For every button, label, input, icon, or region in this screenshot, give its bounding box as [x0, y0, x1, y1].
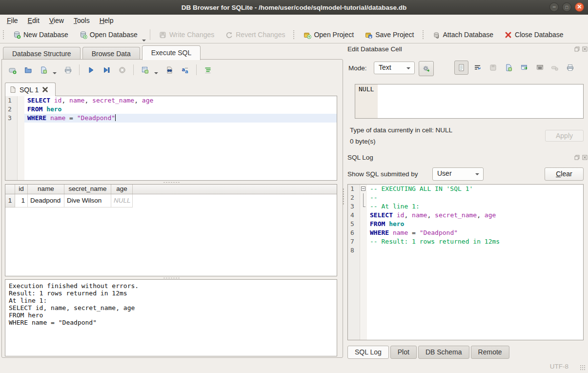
open-sql-tab-button[interactable]	[7, 64, 18, 76]
close-button[interactable]: ✕	[575, 2, 584, 12]
toolbar-grip[interactable]	[2, 30, 5, 40]
import-icon	[489, 63, 497, 72]
execute-all-button[interactable]	[85, 64, 96, 76]
tab-execute-sql[interactable]: Execute SQL	[142, 45, 201, 60]
column-header-name[interactable]: name	[28, 185, 64, 194]
vertical-splitter[interactable]	[343, 188, 344, 205]
column-header-age[interactable]: age	[111, 185, 133, 194]
fold-marker-icon[interactable]	[360, 193, 367, 202]
sql-log-filter-select[interactable]: User	[432, 167, 484, 181]
print-cell-button[interactable]	[563, 61, 577, 75]
open-external-icon	[520, 63, 528, 72]
resize-grip[interactable]	[580, 365, 586, 371]
close-panel-icon[interactable]	[582, 154, 588, 161]
minimize-button[interactable]: −	[549, 2, 559, 12]
log-line: SELECT id, name, secret_name, age	[9, 304, 333, 311]
stop-icon	[118, 66, 126, 74]
print-icon	[64, 66, 72, 74]
save-project-icon	[365, 31, 373, 39]
open-project-button[interactable]: Open Project	[300, 29, 357, 41]
import-cell-button[interactable]	[486, 61, 500, 75]
menu-edit[interactable]: Edit	[23, 16, 44, 25]
open-database-button[interactable]: Open Database	[76, 29, 141, 41]
sql1-tab[interactable]: SQL 1	[5, 83, 56, 96]
set-null-button[interactable]	[547, 61, 562, 75]
line-number: 3	[5, 114, 18, 123]
save-sql-file-button[interactable]	[38, 64, 49, 76]
execution-message-area[interactable]: Execution finished without errors.Result…	[5, 279, 337, 356]
menu-view[interactable]: View	[44, 16, 69, 25]
column-header-id[interactable]: id	[15, 185, 28, 194]
fold-marker-icon[interactable]	[360, 185, 367, 193]
open-sql-file-button[interactable]	[22, 64, 33, 76]
close-tab-icon[interactable]	[41, 86, 49, 93]
table-cell[interactable]: NULL	[111, 194, 133, 207]
window-controls: − □ ✕	[549, 2, 584, 12]
write-changes-button[interactable]: Write Changes	[155, 29, 218, 41]
apply-button[interactable]: Apply	[545, 130, 584, 142]
dock-tab-sql-log[interactable]: SQL Log	[347, 346, 389, 359]
encoding-indicator: UTF-8	[550, 363, 568, 370]
app-window: DB Browser for SQLite - /home/user/code/…	[0, 0, 588, 373]
close-database-button[interactable]: Close Database	[501, 29, 567, 41]
column-header-secret-name[interactable]: secret_name	[64, 185, 111, 194]
autocomplete-button[interactable]: a a	[180, 64, 190, 76]
line-number: 1	[348, 185, 360, 193]
open-in-external-button[interactable]	[517, 61, 531, 75]
table-cell[interactable]: Dive Wilson	[64, 194, 111, 207]
mode-select[interactable]: Text	[374, 62, 415, 74]
new-database-icon	[13, 31, 21, 39]
code-line: 7-- Result: 1 rows returned in 12ms	[348, 237, 583, 246]
float-panel-icon[interactable]	[574, 46, 580, 52]
open-database-icon	[79, 31, 87, 39]
revert-changes-button[interactable]: Revert Changes	[222, 29, 288, 41]
code-line: 6WHERE name = "Deadpond"	[348, 228, 583, 237]
auto-switch-mode-button[interactable]	[419, 61, 434, 76]
code-line: 3-- At line 1:	[348, 202, 583, 211]
fold-marker-icon[interactable]	[360, 202, 367, 211]
line-number: 8	[348, 246, 360, 255]
open-database-dropdown-caret[interactable]	[142, 40, 146, 41]
dock-tab-plot[interactable]: Plot	[390, 346, 417, 359]
stop-button[interactable]	[117, 64, 127, 76]
sql-editor-lines: 1SELECT id, name, secret_name, age2FROM …	[5, 96, 337, 123]
clear-log-button[interactable]: Clear	[545, 167, 584, 181]
attach-database-button[interactable]: Attach Database	[429, 29, 497, 41]
maximize-button[interactable]: □	[562, 2, 571, 12]
sql-log-view[interactable]: 1-- EXECUTING ALL IN 'SQL 1'2--3-- At li…	[347, 184, 584, 340]
table-cell[interactable]: 1	[15, 194, 28, 207]
editor-results-splitter[interactable]	[5, 181, 337, 184]
sql-log-panel-title: SQL Log	[347, 154, 373, 161]
word-wrap-button[interactable]	[470, 61, 485, 75]
cell-editor[interactable]: NULL	[355, 84, 584, 119]
format-sql-button[interactable]	[203, 64, 213, 76]
tab-database-structure[interactable]: Database Structure	[3, 47, 81, 60]
text-mode-button[interactable]	[454, 61, 468, 75]
close-panel-icon[interactable]	[582, 46, 588, 52]
find-button[interactable]	[164, 64, 175, 76]
export-cell-button[interactable]	[502, 61, 516, 75]
table-cell[interactable]: Deadpond	[28, 194, 64, 207]
save-results-dropdown-caret[interactable]	[154, 72, 158, 74]
print-sql-button[interactable]	[62, 64, 73, 76]
save-results-button[interactable]	[140, 64, 150, 76]
dock-tab-remote[interactable]: Remote	[471, 346, 509, 359]
float-panel-icon[interactable]	[574, 154, 580, 161]
line-number: 6	[348, 228, 360, 237]
corner-header-cell[interactable]	[5, 185, 15, 194]
row-header[interactable]: 1	[5, 194, 15, 207]
code-line: 5FROM hero	[348, 220, 583, 228]
sql-editor[interactable]: 1SELECT id, name, secret_name, age2FROM …	[5, 96, 337, 181]
new-database-button[interactable]: New Database	[9, 29, 72, 41]
menu-help[interactable]: Help	[95, 16, 119, 25]
tab-browse-data[interactable]: Browse Data	[82, 47, 140, 60]
save-sql-dropdown-caret[interactable]	[53, 72, 57, 74]
save-project-button[interactable]: Save Project	[361, 29, 417, 41]
menu-file[interactable]: File	[2, 16, 23, 25]
menu-tools[interactable]: Tools	[69, 16, 95, 25]
dock-tab-db-schema[interactable]: DB Schema	[418, 346, 469, 359]
copy-link-button[interactable]	[533, 61, 547, 75]
execute-line-button[interactable]	[101, 64, 112, 76]
cell-size-label: 0 byte(s)	[350, 138, 376, 145]
sql-log-filter-label: Show SQL submitted by	[347, 170, 418, 178]
